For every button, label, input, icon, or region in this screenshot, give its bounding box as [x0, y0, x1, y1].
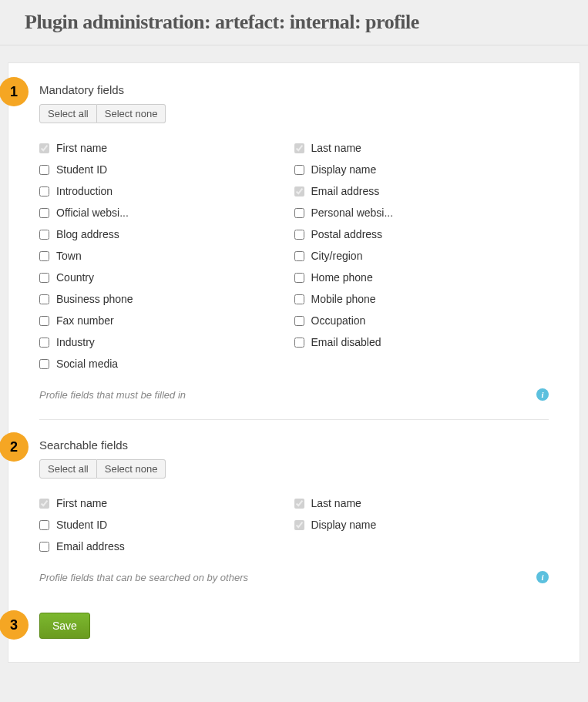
- mandatory-field-item: Mobile phone: [294, 288, 549, 310]
- searchable-select-none-button[interactable]: Select none: [97, 459, 166, 479]
- mandatory-field-item: Social media: [39, 353, 294, 375]
- mandatory-help-row: Profile fields that must be filled in i: [39, 388, 549, 401]
- mandatory-checkbox-label[interactable]: Fax number: [56, 314, 114, 327]
- mandatory-checkbox-grid: First nameLast nameStudent IDDisplay nam…: [39, 137, 549, 375]
- searchable-select-group: Select all Select none: [39, 459, 166, 479]
- searchable-checkbox-label[interactable]: Student ID: [56, 519, 107, 531]
- searchable-select-all-button[interactable]: Select all: [39, 459, 97, 479]
- searchable-checkbox[interactable]: [39, 542, 49, 552]
- mandatory-checkbox-label[interactable]: Mobile phone: [311, 293, 376, 305]
- mandatory-select-all-button[interactable]: Select all: [39, 104, 97, 123]
- divider: [39, 419, 549, 420]
- mandatory-checkbox-label: Last name: [311, 142, 361, 154]
- mandatory-checkbox[interactable]: [294, 251, 304, 261]
- searchable-header: 2 Searchable fields Select all Select no…: [39, 438, 549, 479]
- searchable-field-item: Display name: [294, 514, 549, 536]
- mandatory-checkbox[interactable]: [294, 338, 304, 348]
- mandatory-field-item: Display name: [294, 159, 549, 180]
- mandatory-field-item: Email address: [294, 180, 549, 202]
- mandatory-field-item: Industry: [39, 331, 294, 353]
- mandatory-checkbox-label[interactable]: City/region: [311, 250, 363, 262]
- mandatory-field-item: Occupation: [294, 310, 549, 331]
- mandatory-checkbox-label[interactable]: Email disabled: [311, 336, 381, 348]
- mandatory-checkbox[interactable]: [39, 165, 49, 175]
- searchable-checkbox: [39, 499, 49, 509]
- mandatory-field-item: Email disabled: [294, 331, 549, 353]
- mandatory-checkbox: [39, 143, 49, 153]
- page-header: Plugin administration: artefact: interna…: [0, 0, 588, 45]
- mandatory-checkbox-label[interactable]: Social media: [56, 358, 118, 370]
- mandatory-checkbox[interactable]: [294, 273, 304, 283]
- mandatory-checkbox-label[interactable]: Blog address: [56, 228, 119, 240]
- content-panel: 1 Mandatory fields Select all Select non…: [8, 62, 580, 663]
- mandatory-checkbox[interactable]: [39, 359, 49, 369]
- mandatory-field-item: Personal websi...: [294, 202, 549, 223]
- mandatory-field-item: Fax number: [39, 310, 294, 331]
- mandatory-checkbox[interactable]: [39, 186, 49, 196]
- mandatory-field-item: Official websi...: [39, 202, 294, 223]
- mandatory-checkbox-label[interactable]: Student ID: [56, 163, 107, 176]
- searchable-checkbox: [294, 499, 304, 509]
- mandatory-select-none-button[interactable]: Select none: [97, 104, 166, 123]
- mandatory-checkbox: [294, 143, 304, 153]
- mandatory-checkbox-label[interactable]: Country: [56, 271, 94, 284]
- mandatory-field-item: Blog address: [39, 223, 294, 245]
- searchable-field-item: Email address: [39, 536, 294, 557]
- mandatory-checkbox-label[interactable]: Postal address: [311, 228, 383, 240]
- mandatory-checkbox-label[interactable]: Industry: [56, 336, 95, 348]
- mandatory-checkbox[interactable]: [39, 273, 49, 283]
- mandatory-section: 1 Mandatory fields Select all Select non…: [39, 83, 549, 401]
- searchable-field-item: Student ID: [39, 514, 294, 536]
- mandatory-checkbox[interactable]: [39, 208, 49, 218]
- searchable-title: Searchable fields: [39, 438, 549, 452]
- mandatory-checkbox: [294, 186, 304, 196]
- searchable-checkbox: [294, 520, 304, 530]
- page-title: Plugin administration: artefact: interna…: [25, 11, 563, 34]
- searchable-help-row: Profile fields that can be searched on b…: [39, 571, 549, 583]
- mandatory-checkbox[interactable]: [294, 208, 304, 218]
- mandatory-field-item: Postal address: [294, 223, 549, 245]
- mandatory-checkbox[interactable]: [294, 294, 304, 304]
- mandatory-field-item: Town: [39, 245, 294, 267]
- searchable-checkbox-label: First name: [56, 497, 107, 509]
- mandatory-checkbox-label[interactable]: Business phone: [56, 293, 133, 305]
- searchable-field-item: Last name: [294, 492, 549, 514]
- mandatory-header: 1 Mandatory fields Select all Select non…: [39, 83, 549, 123]
- mandatory-checkbox-label[interactable]: Introduction: [56, 185, 113, 197]
- mandatory-checkbox[interactable]: [39, 316, 49, 326]
- mandatory-checkbox-label[interactable]: Home phone: [311, 271, 373, 284]
- searchable-field-item: First name: [39, 492, 294, 514]
- mandatory-checkbox[interactable]: [294, 165, 304, 175]
- searchable-checkbox-label[interactable]: Email address: [56, 540, 125, 553]
- searchable-section: 2 Searchable fields Select all Select no…: [39, 438, 549, 583]
- searchable-checkbox[interactable]: [39, 520, 49, 530]
- mandatory-checkbox-label[interactable]: Town: [56, 250, 82, 262]
- mandatory-field-item: Student ID: [39, 159, 294, 180]
- marker-3: 3: [0, 610, 29, 640]
- mandatory-field-item: City/region: [294, 245, 549, 267]
- mandatory-field-item: Last name: [294, 137, 549, 159]
- marker-1: 1: [0, 77, 29, 106]
- marker-2: 2: [0, 432, 29, 462]
- mandatory-field-item: Home phone: [294, 267, 549, 288]
- mandatory-checkbox-label[interactable]: Official websi...: [56, 207, 129, 219]
- mandatory-checkbox-label[interactable]: Personal websi...: [311, 207, 394, 219]
- mandatory-title: Mandatory fields: [39, 83, 549, 96]
- mandatory-field-item: Introduction: [39, 180, 294, 202]
- mandatory-checkbox[interactable]: [39, 251, 49, 261]
- mandatory-select-group: Select all Select none: [39, 104, 166, 123]
- mandatory-checkbox-label[interactable]: Display name: [311, 163, 377, 176]
- mandatory-checkbox-label[interactable]: Occupation: [311, 314, 366, 327]
- info-icon[interactable]: i: [536, 571, 549, 583]
- mandatory-field-item: First name: [39, 137, 294, 159]
- searchable-help-text: Profile fields that can be searched on b…: [39, 572, 248, 583]
- searchable-checkbox-grid: First nameLast nameStudent IDDisplay nam…: [39, 492, 549, 557]
- mandatory-checkbox[interactable]: [39, 294, 49, 304]
- mandatory-checkbox[interactable]: [294, 230, 304, 240]
- searchable-checkbox-label: Last name: [311, 497, 361, 509]
- mandatory-checkbox[interactable]: [39, 338, 49, 348]
- mandatory-checkbox[interactable]: [39, 230, 49, 240]
- save-button[interactable]: Save: [39, 613, 90, 639]
- info-icon[interactable]: i: [536, 388, 549, 401]
- mandatory-checkbox[interactable]: [294, 316, 304, 326]
